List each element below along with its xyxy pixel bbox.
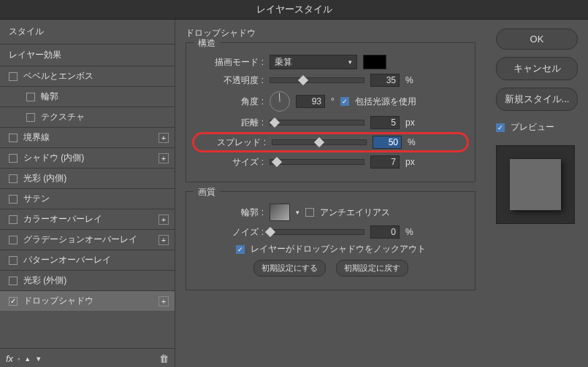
noise-label: ノイズ : bbox=[196, 226, 264, 239]
noise-input[interactable] bbox=[370, 225, 400, 239]
antialias-checkbox[interactable] bbox=[305, 208, 314, 217]
sidebar: スタイル レイヤー効果 ベベルとエンボス 輪郭 テクスチャ 境界線+ シャドウ … bbox=[0, 20, 175, 367]
distance-slider[interactable] bbox=[270, 120, 364, 125]
distance-label: 距離 : bbox=[196, 117, 264, 129]
checkbox-icon[interactable] bbox=[9, 215, 18, 224]
checkbox-icon[interactable] bbox=[9, 154, 18, 163]
opacity-slider[interactable] bbox=[270, 77, 364, 83]
sidebar-item-stroke[interactable]: 境界線+ bbox=[0, 127, 175, 147]
sidebar-item-gradient-overlay[interactable]: グラデーションオーバーレイ+ bbox=[0, 229, 175, 250]
contour-label: 輪郭 : bbox=[196, 206, 264, 219]
preview-box bbox=[496, 145, 575, 224]
sidebar-item-color-overlay[interactable]: カラーオーバーレイ+ bbox=[0, 209, 175, 229]
plus-icon[interactable]: + bbox=[159, 235, 169, 245]
opacity-label: 不透明度 : bbox=[196, 74, 264, 87]
sidebar-item-contour[interactable]: 輪郭 bbox=[0, 86, 175, 107]
checkbox-icon[interactable] bbox=[26, 113, 35, 122]
make-default-button[interactable]: 初期設定にする bbox=[253, 260, 326, 277]
plus-icon[interactable]: + bbox=[159, 153, 169, 163]
sidebar-item-inner-glow[interactable]: 光彩 (内側) bbox=[0, 168, 175, 188]
size-input[interactable] bbox=[370, 155, 400, 169]
sidebar-item-texture[interactable]: テクスチャ bbox=[0, 107, 175, 127]
knockout-checkbox[interactable] bbox=[236, 245, 245, 254]
quality-legend: 画質 bbox=[194, 186, 220, 198]
cancel-button[interactable]: キャンセル bbox=[496, 57, 578, 80]
sidebar-item-bevel[interactable]: ベベルとエンボス bbox=[0, 66, 175, 86]
antialias-label: アンチエイリアス bbox=[320, 206, 390, 219]
spread-input[interactable] bbox=[373, 136, 402, 149]
preview-swatch bbox=[510, 159, 561, 210]
preview-label: プレビュー bbox=[511, 121, 554, 134]
quality-panel: 画質 輪郭 : ▾ アンチエイリアス ノイズ : % レイヤーがドロップシャドウ… bbox=[186, 191, 476, 290]
new-style-button[interactable]: 新規スタイル... bbox=[496, 88, 578, 111]
angle-label: 角度 : bbox=[196, 96, 264, 108]
plus-icon[interactable]: + bbox=[159, 215, 169, 225]
sidebar-styles-header[interactable]: スタイル bbox=[0, 20, 175, 44]
ok-button[interactable]: OK bbox=[496, 28, 578, 50]
sidebar-footer: fx▫ ▲ ▼ 🗑 bbox=[0, 348, 175, 367]
sidebar-effects-header[interactable]: レイヤー効果 bbox=[0, 44, 175, 66]
plus-icon[interactable]: + bbox=[159, 296, 169, 306]
structure-panel: 構造 描画モード : 乗算▾ 不透明度 : % 角度 : ° 包括光源を使用 bbox=[186, 42, 476, 182]
arrow-up-icon[interactable]: ▲ bbox=[24, 355, 31, 363]
angle-dial[interactable] bbox=[270, 91, 290, 112]
checkbox-icon[interactable] bbox=[9, 236, 18, 244]
size-label: サイズ : bbox=[196, 156, 264, 169]
preview-checkbox[interactable] bbox=[496, 123, 505, 132]
checkbox-icon[interactable] bbox=[9, 195, 18, 204]
global-light-label: 包括光源を使用 bbox=[355, 96, 416, 108]
window-title: レイヤースタイル bbox=[0, 0, 588, 20]
sidebar-item-pattern-overlay[interactable]: パターンオーバーレイ bbox=[0, 250, 175, 270]
spread-label: スプレッド : bbox=[199, 136, 266, 149]
chevron-down-icon: ▾ bbox=[348, 58, 352, 66]
arrow-down-icon[interactable]: ▼ bbox=[35, 355, 42, 363]
opacity-input[interactable] bbox=[370, 74, 400, 87]
checkbox-icon[interactable] bbox=[9, 297, 18, 306]
reset-default-button[interactable]: 初期設定に戻す bbox=[336, 260, 408, 277]
angle-input[interactable] bbox=[296, 95, 325, 108]
checkbox-icon[interactable] bbox=[9, 72, 18, 81]
main-panel: ドロップシャドウ 構造 描画モード : 乗算▾ 不透明度 : % 角度 : ° … bbox=[175, 20, 486, 367]
spread-slider[interactable] bbox=[272, 139, 367, 145]
contour-picker[interactable] bbox=[270, 204, 290, 221]
right-column: OK キャンセル 新規スタイル... プレビュー bbox=[486, 20, 588, 367]
checkbox-icon[interactable] bbox=[9, 277, 18, 285]
global-light-checkbox[interactable] bbox=[340, 97, 349, 106]
sidebar-item-satin[interactable]: サテン bbox=[0, 188, 175, 209]
color-swatch[interactable] bbox=[363, 55, 386, 69]
checkbox-icon[interactable] bbox=[9, 134, 18, 142]
structure-legend: 構造 bbox=[194, 37, 220, 50]
plus-icon[interactable]: + bbox=[159, 133, 169, 143]
blend-mode-label: 描画モード : bbox=[196, 56, 264, 69]
distance-input[interactable] bbox=[370, 116, 400, 129]
knockout-label: レイヤーがドロップシャドウをノックアウト bbox=[251, 243, 426, 255]
checkbox-icon[interactable] bbox=[9, 256, 18, 265]
effect-heading: ドロップシャドウ bbox=[186, 27, 476, 39]
trash-icon[interactable]: 🗑 bbox=[159, 353, 169, 364]
blend-mode-dropdown[interactable]: 乗算▾ bbox=[270, 55, 357, 69]
fx-icon[interactable]: fx bbox=[6, 353, 13, 364]
spread-row-highlight: スプレッド : % bbox=[192, 132, 469, 152]
sidebar-item-drop-shadow[interactable]: ドロップシャドウ+ bbox=[0, 290, 175, 311]
sidebar-item-inner-shadow[interactable]: シャドウ (内側)+ bbox=[0, 147, 175, 168]
checkbox-icon[interactable] bbox=[9, 174, 18, 183]
noise-slider[interactable] bbox=[270, 229, 364, 235]
checkbox-icon[interactable] bbox=[26, 93, 35, 101]
sidebar-item-outer-glow[interactable]: 光彩 (外側) bbox=[0, 270, 175, 290]
size-slider[interactable] bbox=[270, 159, 364, 165]
